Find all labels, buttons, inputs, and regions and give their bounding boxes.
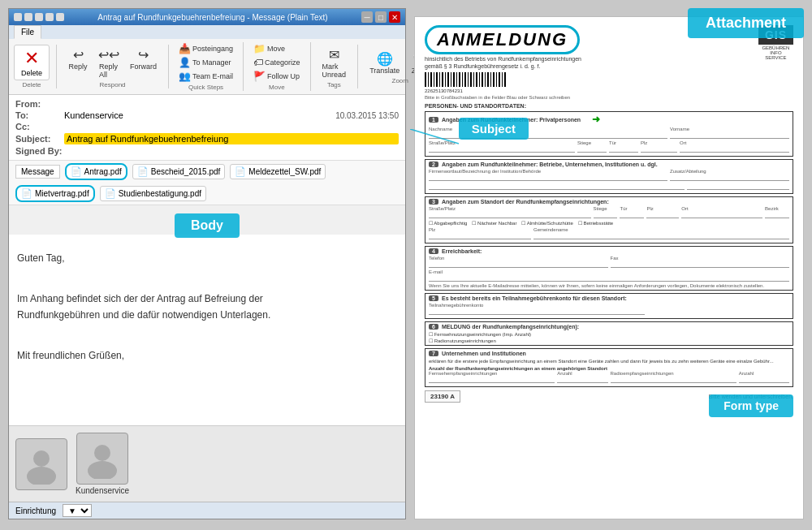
body-line-1: Guten Tag,: [17, 251, 397, 266]
translate-icon: 🌐: [375, 50, 395, 67]
svg-point-3: [94, 445, 110, 461]
attachment-mietvertrag[interactable]: 📄 Mietvertrag.pdf: [15, 185, 95, 202]
to-manager-button[interactable]: 👤 To Manager: [175, 56, 236, 69]
form-number: 23190 A: [425, 390, 460, 403]
section-4-num: 4: [429, 248, 438, 254]
section-5-num: 5: [429, 295, 438, 301]
attachment-panel: Attachment ANMELDUNG hinsichtlich des Be…: [414, 8, 804, 519]
attachment-meldezettel[interactable]: 📄 Meldezettel_SW.pdf: [230, 164, 326, 179]
section-5-fields: Teilnahmegebührenkonto: [429, 303, 789, 315]
section-7-title: 7 Unternehmen und Institutionen: [429, 351, 789, 356]
subject-row: Subject: Antrag auf Rundfunkgebuehrenbef…: [15, 132, 399, 145]
move-icon: 📁: [253, 43, 266, 54]
reply-button[interactable]: ↩ Reply: [63, 45, 93, 80]
window-controls: ─ □ ✕: [361, 11, 400, 23]
attachment-annotation-box: Attachment: [688, 8, 804, 38]
attachments-bar: Message 📄 Antrag.pdf 📄 Bescheid_2015.pdf…: [9, 161, 405, 205]
avatar-person-icon-1: [21, 444, 62, 485]
barcode-id: 22625130784231: [425, 88, 793, 93]
title-bar: Antrag auf Rundfunkgebuehrenbefreiung - …: [9, 9, 405, 25]
avatar-bar: Kundenservice: [9, 425, 405, 502]
section-6-items: ☐ Fernsehnutzungseinrichtungen (Imp. Anz…: [429, 331, 789, 343]
section-7-num: 7: [429, 351, 438, 356]
gis-sub: GEBÜHRENINFOSERVICE: [758, 45, 793, 60]
main-container: Antrag auf Rundfunkgebuehrenbefreiung - …: [0, 0, 812, 530]
form-subtitle2: gemäß § 3 Rundfunkgebührengesetz i. d. g…: [425, 63, 581, 69]
team-email-button[interactable]: 👥 Team E-mail: [175, 70, 236, 83]
section-7-fields: Fernsehempfangseinrichtungen Anzahl Radi…: [429, 371, 789, 383]
pdf-icon-studien: 📄: [105, 188, 116, 199]
categorize-icon: 🏷: [253, 57, 263, 68]
close-icon[interactable]: ✕: [389, 11, 400, 23]
ribbon: File ✕ Delete Delete: [9, 25, 405, 95]
body-annotation-box: Body: [175, 213, 240, 238]
form-subtitle: hinsichtlich des Betriebs von Rundfunkem…: [425, 56, 581, 62]
avatar-label: Kundenservice: [76, 486, 129, 495]
attachment-studien[interactable]: 📄 Studienbestatigung.pdf: [100, 186, 206, 201]
follow-up-button[interactable]: 🚩 Follow Up: [250, 70, 304, 83]
body-line-6: Mit freundlichen Grüßen,: [17, 348, 397, 364]
form-section-6: 6 MELDUNG der Rundfunkempfangseinrichtun…: [425, 321, 793, 346]
move-button[interactable]: 📁 Move: [250, 42, 304, 55]
categorize-button[interactable]: 🏷 Categorize: [250, 56, 304, 69]
form-section-4: 4 Erreichbarkeit: Telefon Fax E-mail: [425, 246, 793, 291]
personen-standort-label: PERSONEN- UND STANDORTDATEN:: [425, 103, 793, 109]
email-body-region: Body Guten Tag, Im Anhang befindet sich …: [9, 205, 405, 425]
attachment-bescheid[interactable]: 📄 Bescheid_2015.pdf: [132, 164, 226, 179]
maximize-icon[interactable]: □: [375, 11, 387, 23]
to-row: To: Kundenservice 10.03.2015 13:50: [15, 110, 399, 121]
body-line-5: [17, 328, 397, 343]
status-dropdown[interactable]: ▼: [63, 504, 92, 517]
email-client: Antrag auf Rundfunkgebuehrenbefreiung - …: [8, 8, 406, 519]
section-2-fields: Firmenwortlaut/Bezeichnung der Instituti…: [429, 169, 789, 181]
section-2-num: 2: [429, 162, 438, 167]
form-section-2: 2 Angaben zum Rundfunkteilnehmer: Betrie…: [425, 159, 793, 194]
to-manager-icon: 👤: [179, 57, 191, 68]
section-3-fields: Straße/Platz Stiege Tür Plz: [429, 206, 789, 218]
tags-group: ✉ Mark Unread Tags: [317, 45, 359, 88]
forward-button[interactable]: ↪ Forward: [125, 45, 162, 80]
svg-point-4: [88, 461, 117, 479]
email-body: Guten Tag, Im Anhang befindet sich der d…: [9, 235, 405, 425]
section-1-num: 1: [429, 117, 438, 123]
posteingang-button[interactable]: 📥 Posteingang: [175, 42, 236, 55]
body-line-3: Im Anhang befindet sich der der Antrag a…: [17, 291, 397, 307]
window-title: Antrag auf Rundfunkgebuehrenbefreiung - …: [64, 13, 361, 22]
mark-unread-icon: ✉: [324, 46, 343, 62]
form-section-5: 5 Es besteht bereits ein Teilnahmegebühr…: [425, 293, 793, 319]
svg-point-1: [33, 450, 50, 467]
form-title: ANMELDUNG: [425, 25, 580, 54]
ribbon-tab-message[interactable]: File: [14, 25, 41, 39]
translate-button[interactable]: 🌐 Translate: [365, 49, 404, 76]
reply-all-button[interactable]: ↩↩ Reply All: [94, 45, 123, 80]
section-4-note: Wenn Sie uns Ihre aktuelle E-Mailadresse…: [429, 283, 789, 288]
delete-icon: ✕: [24, 48, 39, 69]
minimize-icon[interactable]: ─: [361, 11, 373, 23]
move-buttons: 📁 Move 🏷 Categorize 🚩 Follow Up: [250, 42, 304, 83]
section-1-address: Straße/Platz Stiege Tür Plz: [429, 140, 789, 153]
email-header: From: To: Kundenservice 10.03.2015 13:50…: [9, 95, 405, 161]
section-4-fields: Telefon Fax: [429, 256, 789, 268]
pdf-icon-mietvertrag: 📄: [21, 188, 32, 199]
avatar-person-icon-2: [82, 438, 123, 479]
section-5-title: 5 Es besteht bereits ein Teilnahmegebühr…: [429, 295, 789, 301]
ribbon-content: ✕ Delete Delete ↩ Reply ↩↩: [9, 39, 405, 94]
reply-icon: ↩: [68, 46, 88, 62]
delete-button[interactable]: ✕ Delete: [14, 45, 50, 80]
follow-up-icon: 🚩: [253, 71, 266, 82]
section-3-num: 3: [429, 199, 438, 205]
section-4-email: E-mail: [429, 269, 789, 282]
status-text: Einrichtung: [15, 506, 56, 515]
body-line-4: Rundfunkgebühren und die dafür notwendig…: [17, 308, 397, 323]
from-row: From:: [15, 98, 399, 110]
mark-unread-button[interactable]: ✉ Mark Unread: [317, 45, 352, 80]
cc-row: Cc:: [15, 121, 399, 132]
svg-line-0: [410, 129, 459, 144]
section-3-checkboxes: ☐ Abgabepflichtig ☐ Nächster Nachbar ☐ A…: [429, 220, 789, 226]
avatar-1: [15, 438, 67, 490]
move-group: 📁 Move 🏷 Categorize 🚩 Follow Up: [250, 42, 311, 91]
section-3-plz: Plz Gemeindename: [429, 227, 789, 239]
attachment-antrag[interactable]: 📄 Antrag.pdf: [65, 163, 127, 180]
respond-group: ↩ Reply ↩↩ Reply All ↪ Forward Respond: [63, 45, 169, 88]
team-email-icon: 👥: [179, 71, 191, 82]
